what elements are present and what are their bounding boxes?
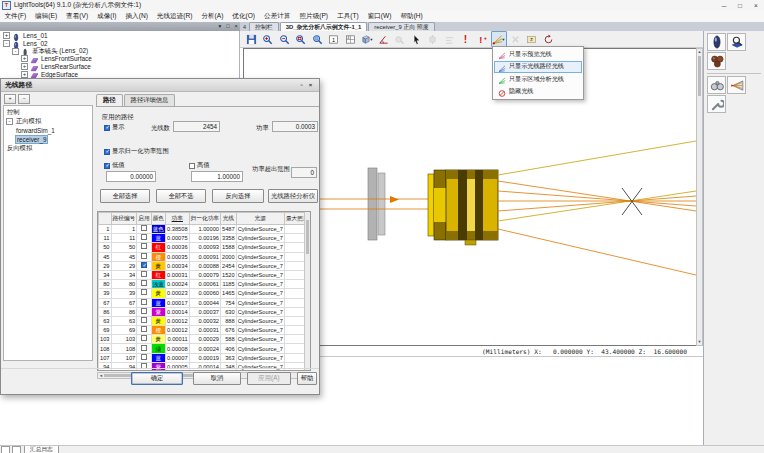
color-cell[interactable]: 红: [151, 243, 165, 252]
enable-cell[interactable]: [137, 252, 151, 261]
menu-tolerance[interactable]: 公差计算: [260, 12, 295, 21]
table-row-path-50[interactable]: 5050红0.000360.000931588CylinderSource_7: [99, 243, 311, 252]
viewer-button[interactable]: [707, 76, 726, 94]
enable-checkbox[interactable]: [141, 345, 147, 351]
low-value-field[interactable]: 0.00000: [106, 171, 156, 182]
viewport-vertical-scrollbar[interactable]: ▲ ▼: [696, 48, 703, 346]
measure-angle-button[interactable]: [375, 31, 391, 47]
summary-log-tab[interactable]: 汇总日志: [24, 446, 59, 453]
enable-cell[interactable]: [137, 243, 151, 252]
utilities-button[interactable]: [707, 95, 726, 113]
enable-checkbox[interactable]: [141, 317, 147, 323]
column-header-功率[interactable]: 功率: [166, 213, 190, 225]
menu-optimize[interactable]: 优化(O): [228, 12, 260, 21]
expand-icon[interactable]: +: [3, 32, 10, 39]
table-row-path-34[interactable]: 3434红0.000310.000791520CylinderSource_7: [99, 270, 311, 279]
high-value-field[interactable]: 1.00000: [191, 171, 243, 182]
menu-hide-rays[interactable]: 隐藏光线: [494, 86, 582, 99]
tab-pane-indicator[interactable]: 4: [240, 23, 249, 31]
color-cell[interactable]: 黄: [151, 289, 165, 298]
enable-checkbox[interactable]: [141, 271, 147, 277]
lens-manager-button[interactable]: [707, 33, 726, 51]
ok-button[interactable]: 确定: [131, 372, 183, 385]
log-icon-button-2[interactable]: [12, 446, 21, 453]
enable-cell[interactable]: [137, 326, 151, 335]
menu-file[interactable]: 文件(F): [0, 12, 31, 21]
menu-help[interactable]: 帮助(H): [396, 12, 427, 21]
enable-cell[interactable]: [137, 261, 151, 270]
enable-checkbox[interactable]: [141, 234, 147, 240]
lens-barrel[interactable]: [428, 170, 498, 245]
help-button[interactable]: 帮助: [297, 372, 317, 385]
column-header-颜色[interactable]: 颜色: [151, 213, 165, 225]
low-value-checkbox[interactable]: 低值: [104, 161, 125, 170]
rotate-view-button[interactable]: [540, 31, 556, 47]
low-value-checkbox-box[interactable]: [104, 163, 110, 169]
show-checkbox[interactable]: 显示: [104, 123, 125, 132]
power-field[interactable]: 0.0003: [272, 121, 318, 132]
sim-tree-item-forwardsim-1[interactable]: forwardSim_1: [4, 126, 92, 135]
select-all-button[interactable]: 全部选择: [100, 189, 150, 203]
baffle-plate-2[interactable]: [378, 173, 385, 235]
color-cell[interactable]: 黄: [151, 261, 165, 270]
color-cell[interactable]: 黄: [151, 316, 165, 325]
table-row-path-67[interactable]: 6767蓝0.000170.00044754CylinderSource_7: [99, 298, 311, 307]
table-row-path-1[interactable]: 11蓝色0.385081.000005487CylinderSource_7: [99, 225, 311, 234]
table-row-path-107[interactable]: 107107蓝0.000070.00019363CylinderSource_7: [99, 353, 311, 362]
ray-trace-add-button[interactable]: !+: [474, 31, 490, 47]
save-button[interactable]: [243, 31, 259, 47]
expand-icon[interactable]: +: [21, 63, 28, 70]
log-icon-button[interactable]: [1, 446, 10, 453]
normalized-range-checkbox[interactable]: 显示归一化功率范围: [104, 147, 169, 156]
menu-view[interactable]: 查看(V): [62, 12, 93, 21]
menu-edit[interactable]: 编辑(E): [31, 12, 62, 21]
expand-icon[interactable]: +: [21, 55, 28, 62]
scroll-up-icon[interactable]: ▲: [697, 49, 702, 55]
quad-view-button[interactable]: 4: [342, 31, 358, 47]
enable-checkbox[interactable]: [141, 335, 147, 341]
ray-display-button[interactable]: ▾: [491, 31, 507, 47]
dialog-titlebar[interactable]: 光线路径 ▫ ×: [1, 79, 319, 92]
show-checkbox-box[interactable]: [104, 125, 110, 131]
dock-menu-button[interactable]: ▾: [216, 22, 224, 31]
menu-tools[interactable]: 工具(T): [333, 12, 364, 21]
tree-item-basic-lens[interactable]: -基本镜头 (Lens_02): [0, 47, 239, 55]
ray-path-analyzer-button[interactable]: 光线路径分析仪: [268, 189, 318, 203]
table-row-path-108[interactable]: 108108绿0.000080.00024406CylinderSource_7: [99, 344, 311, 353]
cancel-button[interactable]: 取消: [193, 372, 241, 385]
select-cursor-button[interactable]: [408, 31, 424, 47]
collapse-icon[interactable]: -: [12, 48, 19, 55]
dialog-close-button[interactable]: ×: [306, 80, 315, 90]
table-row-path-103[interactable]: 103103黄0.000110.00029588CylinderSource_7: [99, 335, 311, 344]
color-cell[interactable]: 蓝色: [151, 225, 165, 234]
3d-view-button[interactable]: ▾: [359, 31, 375, 47]
tree-expand-all-button[interactable]: +: [4, 94, 16, 104]
table-row-path-45[interactable]: 4545橙0.000350.000912000CylinderSource_7: [99, 252, 311, 261]
menu-show-raypath-rays[interactable]: 只显示光线路径光线: [494, 61, 582, 74]
sim-tree-item-forward-sim[interactable]: -正向模拟: [4, 117, 92, 126]
column-header-启用[interactable]: 启用: [137, 213, 151, 225]
materials-button[interactable]: [707, 52, 726, 70]
column-header-路径编号[interactable]: 路径编号: [111, 213, 137, 225]
tree-item-edge-surface[interactable]: +EdgeSurface: [0, 70, 239, 78]
menu-analysis[interactable]: 分析(A): [197, 12, 228, 21]
tab-receiver-illuminance[interactable]: receiver_9 正向 照度: [368, 22, 434, 31]
zoom-window-button[interactable]: [293, 31, 309, 47]
sim-tree-item-receiver-9[interactable]: receiver_9: [4, 135, 92, 144]
dock-close-button[interactable]: ×: [232, 22, 240, 31]
design-view-button[interactable]: [727, 33, 746, 51]
tab-3d-model[interactable]: 3D_杂光分析八示例文件-1_1: [280, 22, 368, 31]
enable-cell[interactable]: [137, 234, 151, 243]
table-vertical-scrollbar[interactable]: [304, 212, 310, 370]
out-of-range-field[interactable]: 0: [291, 167, 317, 178]
dialog-tab-paths[interactable]: 路径: [96, 94, 123, 106]
menu-raytrace[interactable]: 光线追迹(R): [152, 12, 197, 21]
color-cell[interactable]: 黄: [151, 335, 165, 344]
menu-imaging[interactable]: 成像(I): [93, 12, 121, 21]
tree-collapse-all-button[interactable]: −: [18, 94, 30, 104]
color-cell[interactable]: 橙: [151, 326, 165, 335]
baffle-plate-1[interactable]: [368, 168, 377, 240]
enable-checkbox[interactable]: [141, 299, 147, 305]
collapse-icon[interactable]: -: [6, 118, 13, 125]
scroll-down-icon[interactable]: ▼: [697, 339, 702, 345]
